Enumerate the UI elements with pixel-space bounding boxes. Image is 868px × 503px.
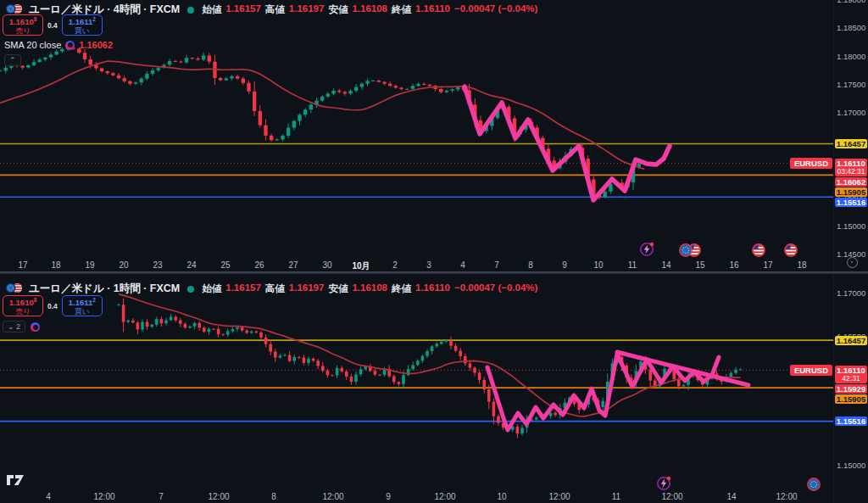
change-value: −0.00047 (−0.04%) xyxy=(454,282,537,295)
price-tag: 1.15929 xyxy=(835,384,867,394)
candle-countdown: 03:42:31 xyxy=(835,168,867,176)
open-value: 1.16157 xyxy=(225,282,261,295)
indicator-value: 1.16062 xyxy=(79,40,113,50)
time-label[interactable]: 2 xyxy=(392,260,398,270)
price-chart-4h[interactable] xyxy=(0,0,834,260)
time-label[interactable]: 17 xyxy=(18,260,27,270)
time-label[interactable]: 15 xyxy=(695,260,704,270)
time-label[interactable]: 8 xyxy=(528,260,533,270)
price-tag: 1.16457 xyxy=(835,336,867,345)
time-label[interactable]: 18 xyxy=(797,260,806,270)
price-tag: 1.15905 xyxy=(835,187,867,197)
calendar-event-us-icon[interactable] xyxy=(751,243,766,261)
trade-widget: 1.16108 売り 0.4 1.16112 買い xyxy=(3,14,103,36)
buy-button[interactable]: 1.16112 買い xyxy=(62,295,103,316)
time-label[interactable]: 10 xyxy=(593,260,603,270)
time-label[interactable]: 9 xyxy=(386,492,391,501)
open-label: 始値 xyxy=(202,3,221,16)
calendar-event-lightning-icon[interactable] xyxy=(639,242,654,260)
time-label[interactable]: 12:00 xyxy=(93,492,114,501)
market-open-dot-icon xyxy=(187,286,194,293)
time-label[interactable]: 12:00 xyxy=(434,492,455,501)
price-tag: 1.1611003:42:31 xyxy=(835,159,867,176)
chart-header: ユーロ／米ドル · 1時間 · FXCM 始値1.16157 高値1.16197… xyxy=(5,282,537,296)
autoscale-icon[interactable] xyxy=(847,257,858,268)
time-label[interactable]: 27 xyxy=(288,260,298,270)
candles xyxy=(0,47,647,201)
chart-title[interactable]: ユーロ／米ドル · 1時間 · FXCM xyxy=(29,282,180,296)
indicator-name[interactable]: SMA 20 close xyxy=(4,40,61,50)
sma-line xyxy=(119,294,741,416)
high-value: 1.16197 xyxy=(289,3,325,16)
calendar-event-eu-us-icon[interactable] xyxy=(678,243,702,261)
sell-button[interactable]: 1.16108 売り xyxy=(3,14,43,36)
time-label[interactable]: 7 xyxy=(494,260,499,270)
sell-button[interactable]: 1.16108 売り xyxy=(3,295,43,316)
time-label[interactable]: 4 xyxy=(460,260,465,270)
chart-pane-4h[interactable]: 1.190001.185001.180001.175001.170001.165… xyxy=(0,0,868,271)
trend-drawing xyxy=(487,354,719,430)
price-tick: 1.17500 xyxy=(837,80,865,90)
time-label[interactable]: 14 xyxy=(661,260,670,270)
chart-pane-1h[interactable]: 1.170001.165001.160001.155001.150001.164… xyxy=(0,274,868,503)
pane-divider[interactable] xyxy=(0,271,868,274)
time-label[interactable]: 30 xyxy=(322,260,331,270)
time-label[interactable]: 10月 xyxy=(352,260,370,271)
time-label[interactable]: 12:00 xyxy=(661,492,682,501)
time-label[interactable]: 20 xyxy=(119,260,128,270)
trade-widget: 1.16108 売り 0.4 1.16112 買い xyxy=(3,295,103,316)
price-tag: 1.16062 xyxy=(835,177,867,187)
buy-button[interactable]: 1.16112 買い xyxy=(62,14,103,36)
time-label[interactable]: 14 xyxy=(726,492,736,501)
instrument-logo-icon xyxy=(5,282,24,296)
time-label[interactable]: 11 xyxy=(628,260,637,270)
price-tag: 1.15516 xyxy=(835,198,867,207)
time-label[interactable]: 19 xyxy=(85,260,94,270)
price-tag: 1.1611042:31 xyxy=(835,366,867,383)
price-tick: 1.17000 xyxy=(837,108,865,118)
time-label[interactable]: 16 xyxy=(729,260,738,270)
time-label[interactable]: 18 xyxy=(51,260,60,270)
legend-collapse-button[interactable]: ⌃ xyxy=(4,54,21,66)
price-tick: 1.15000 xyxy=(837,461,865,471)
time-label[interactable]: 7 xyxy=(159,492,164,501)
close-value: 1.16110 xyxy=(415,3,450,16)
calendar-event-eu-icon[interactable] xyxy=(806,477,821,495)
close-label: 終値 xyxy=(392,282,411,295)
time-label[interactable]: 12:00 xyxy=(322,492,343,501)
trading-platform: 1.190001.185001.180001.175001.170001.165… xyxy=(0,0,868,503)
time-label[interactable]: 4 xyxy=(46,492,51,501)
time-label[interactable]: 11 xyxy=(612,492,620,501)
symbol-price-tag: EURUSD xyxy=(790,158,832,169)
time-label[interactable]: 9 xyxy=(562,260,567,270)
time-label[interactable]: 23 xyxy=(153,260,162,270)
low-label: 安値 xyxy=(328,3,348,16)
price-tick: 1.18000 xyxy=(837,52,865,62)
time-label[interactable]: 25 xyxy=(220,260,230,270)
time-label[interactable]: 12:00 xyxy=(776,492,797,501)
time-label[interactable]: 12:00 xyxy=(208,492,229,501)
price-tick: 1.19000 xyxy=(837,0,865,5)
time-label[interactable]: 12:00 xyxy=(548,492,570,501)
price-tick: 1.15000 xyxy=(837,221,865,232)
low-label: 安値 xyxy=(328,282,348,295)
time-label[interactable]: 24 xyxy=(186,260,196,270)
price-tick: 1.18500 xyxy=(837,23,865,33)
time-label[interactable]: 17 xyxy=(763,260,772,270)
low-value: 1.16108 xyxy=(352,282,387,295)
legend-expand-button[interactable]: ⌄ 2 xyxy=(3,321,25,333)
time-label[interactable]: 8 xyxy=(271,492,276,501)
price-scale-1h[interactable]: 1.170001.165001.160001.155001.150001.164… xyxy=(833,274,868,503)
open-value: 1.16157 xyxy=(225,3,261,16)
tradingview-logo[interactable] xyxy=(6,472,28,490)
time-label[interactable]: 3 xyxy=(426,260,431,270)
calendar-event-us-icon[interactable] xyxy=(783,243,798,261)
indicator-legend[interactable]: SMA 20 close 1.16062 xyxy=(4,40,113,50)
time-label[interactable]: 10 xyxy=(497,492,506,501)
time-label[interactable]: 26 xyxy=(254,260,264,270)
price-chart-1h[interactable] xyxy=(0,274,834,491)
high-label: 高値 xyxy=(265,282,285,295)
ohlc-readout: 始値1.16157 高値1.16197 安値1.16108 終値1.16110 … xyxy=(202,3,537,16)
low-value: 1.16108 xyxy=(352,3,387,16)
price-scale-4h[interactable]: 1.190001.185001.180001.175001.170001.165… xyxy=(833,0,868,271)
